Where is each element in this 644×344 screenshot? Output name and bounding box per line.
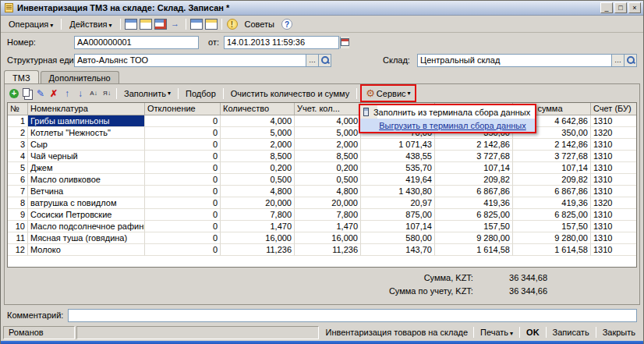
table-cell[interactable]: 6 825,00 [435,209,513,221]
table-row[interactable]: 11Мясная туша (говядина)016,00016,000580… [8,232,636,244]
table-cell[interactable]: Котлеты "Нежность" [28,127,145,139]
table-cell[interactable]: Молоко [28,244,145,256]
tips-icon[interactable]: ! [227,19,238,30]
table-cell[interactable]: 107,14 [361,221,435,232]
table-cell[interactable]: 0 [145,115,221,127]
table-row[interactable]: 4Чай черный08,5008,500438,553 727,683 72… [8,151,636,162]
table-cell[interactable]: 1310 [591,244,636,256]
table-cell[interactable]: 4,800 [295,186,361,197]
table-cell[interactable]: 11 [8,232,28,244]
table-cell[interactable]: 6 [8,174,28,186]
table-cell[interactable]: 1,470 [221,221,295,232]
tab-tmz[interactable]: ТМЗ [4,70,39,83]
table-cell[interactable]: 3 [8,139,28,151]
table-cell[interactable]: 4,800 [221,186,295,197]
column-header[interactable]: № [8,103,28,115]
table-cell[interactable]: 7,800 [295,209,361,221]
table-cell[interactable]: 12 [8,244,28,256]
table-cell[interactable]: 1310 [591,221,636,232]
form-icon[interactable] [125,19,137,30]
table-cell[interactable]: 0,200 [221,162,295,174]
table-cell[interactable]: 1310 [591,151,636,162]
move-up-icon[interactable] [61,87,73,100]
table-cell[interactable]: 107,14 [435,162,513,174]
table-cell[interactable]: 0 [145,139,221,151]
table-cell[interactable]: 0 [145,209,221,221]
column-header[interactable]: Счет (БУ) [591,103,636,115]
table-cell[interactable]: 0 [145,151,221,162]
calendar-button[interactable] [340,37,349,48]
tab-additional[interactable]: Дополнительно [41,71,119,83]
table-row[interactable]: 8ватрушка с повидлом020,00020,00020,9741… [8,197,636,209]
table-cell[interactable]: 0 [145,127,221,139]
table-cell[interactable]: 20,000 [221,197,295,209]
date-input[interactable] [225,37,340,48]
table-cell[interactable]: Масло оливковое [28,174,145,186]
org-input[interactable] [75,55,306,66]
table-cell[interactable]: 580,00 [361,232,435,244]
table-cell[interactable]: 5,000 [221,127,295,139]
table-cell[interactable]: 875,00 [361,209,435,221]
copy-row-icon[interactable] [21,87,34,100]
table-row[interactable]: 2Котлеты "Нежность"05,0005,00070,00350,0… [8,127,636,139]
table-cell[interactable]: 1310 [591,115,636,127]
table-cell[interactable]: 20,97 [361,197,435,209]
table-cell[interactable]: 0,500 [221,174,295,186]
table-cell[interactable]: 9 280,00 [513,232,591,244]
table-cell[interactable]: 4,000 [221,115,295,127]
menu-operation[interactable]: Операция▾ [4,18,58,30]
table-cell[interactable]: 2,000 [221,139,295,151]
add-row-icon[interactable] [8,87,20,100]
org-choose-button[interactable]: … [306,55,318,66]
table-cell[interactable]: 419,64 [361,174,435,186]
table-cell[interactable]: 7 [8,186,28,197]
table-cell[interactable]: 0 [145,221,221,232]
table-cell[interactable]: Сосиски Петровские [28,209,145,221]
save-button[interactable]: Записать [547,327,595,338]
table-cell[interactable]: 4 [8,151,28,162]
warehouse-choose-button[interactable]: … [611,55,624,66]
column-header[interactable]: Учет. кол... [295,103,361,115]
table-cell[interactable]: 5,000 [295,127,361,139]
list-icon[interactable] [140,19,152,30]
table-cell[interactable]: Масло подсолнечное рафиниро... [28,221,145,232]
warehouse-input[interactable] [418,55,611,66]
table-row[interactable]: 9Сосиски Петровские07,8007,800875,006 82… [8,209,636,221]
menu-item-upload-to-terminal[interactable]: Выгрузить в терминал сбора данных [360,119,535,132]
help-icon[interactable]: ? [281,19,292,30]
service-button[interactable]: ⚙ Сервис▾ [362,86,414,101]
close-button[interactable]: × [628,2,641,13]
table-cell[interactable]: 1 071,43 [361,139,435,151]
table-cell[interactable]: 535,70 [361,162,435,174]
column-header[interactable]: Отклонение [145,103,221,115]
column-header[interactable]: Номенклатура [28,103,145,115]
table-cell[interactable]: Мясная туша (говядина) [28,232,145,244]
table-cell[interactable]: 0 [145,174,221,186]
table-cell[interactable]: 2 142,86 [513,139,591,151]
clear-qty-sum-button[interactable]: Очистить количество и сумму [227,87,353,100]
table-cell[interactable]: 1310 [591,139,636,151]
table-row[interactable]: 10Масло подсолнечное рафиниро...01,4701,… [8,221,636,232]
table-cell[interactable]: 9 [8,209,28,221]
table-cell[interactable]: 6 825,00 [513,209,591,221]
table-row[interactable]: 5Джем00,2000,200535,70107,14107,141310 [8,162,636,174]
table-row[interactable]: 3Сыр02,0002,0001 071,432 142,862 142,861… [8,139,636,151]
table-cell[interactable]: 438,55 [361,151,435,162]
move-down-icon[interactable] [74,87,87,100]
table-cell[interactable]: 209,82 [513,174,591,186]
table-cell[interactable]: 107,14 [513,162,591,174]
structure-icon[interactable] [154,19,167,30]
table-cell[interactable]: 16,000 [295,232,361,244]
table-cell[interactable]: 157,50 [513,221,591,232]
table-cell[interactable]: 1310 [591,162,636,174]
table-cell[interactable]: 1 614,58 [435,244,513,256]
table-cell[interactable]: 3 727,68 [435,151,513,162]
table-cell[interactable]: 1310 [591,174,636,186]
table-cell[interactable]: 10 [8,221,28,232]
table-cell[interactable]: 0,200 [295,162,361,174]
table-cell[interactable]: 2,000 [295,139,361,151]
sort-desc-icon[interactable]: Я↓ [101,87,113,100]
go-to-icon[interactable]: → [169,19,182,30]
table-cell[interactable]: 20,000 [295,197,361,209]
table-cell[interactable]: 1320 [591,127,636,139]
